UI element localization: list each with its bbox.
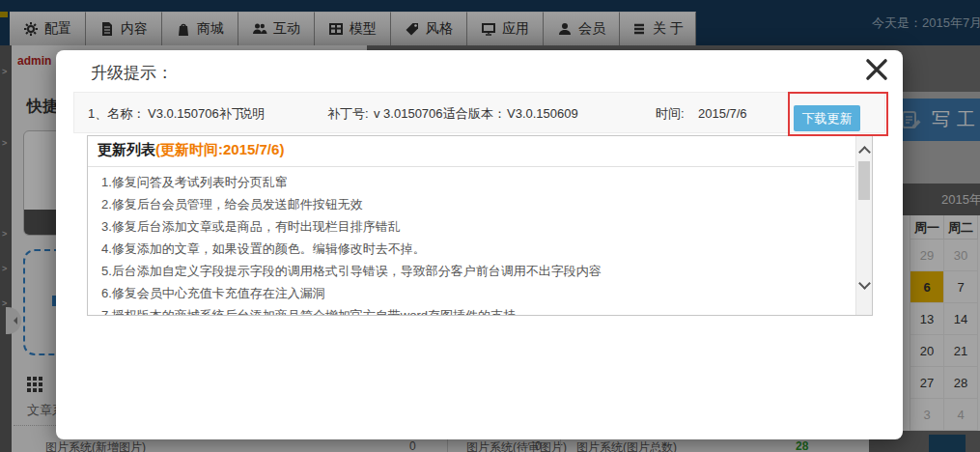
patch-no-label: 补丁号: [327,93,369,134]
heading-divider [88,166,854,167]
scroll-up-icon[interactable] [858,146,871,158]
scrollbar-thumb[interactable] [858,161,870,200]
update-list-item: 6.修复会员中心充值卡充值存在注入漏洞 [101,282,602,304]
patch-desc-label: 说明 [239,93,265,134]
time-value: 2015/7/6 [698,93,747,134]
patch-name-label: 1、名称： [88,93,145,134]
patch-info-row: 1、名称： V3.0.150706补丁 说明 补丁号: v 3.0150706 … [73,92,885,133]
list-scrollbar[interactable] [855,136,872,315]
update-list-item: 3.修复后台添加文章或是商品，有时出现栏目排序错乱 [101,215,602,238]
download-update-button[interactable]: 下载更新 [794,105,860,131]
patch-name-value: V3.0.150706补丁 [148,93,244,134]
update-list-panel: 更新列表(更新时间:2015/7/6) 1.修复问答及考试列表时分页乱窜 2.修… [87,135,873,316]
scroll-down-icon[interactable] [858,277,871,290]
update-list-heading-text: 更新列表 [98,141,155,157]
update-list-item: 2.修复后台会员管理，给会员发送邮件按钮无效 [101,193,602,215]
compat-value: V3.0.150609 [507,93,578,134]
dialog-title: 升级提示： [91,62,173,84]
update-list-item: 1.修复问答及考试列表时分页乱窜 [101,171,602,193]
update-list-item: 7.授权版本的商城系统后台添加商品简介增加官方自带word存图插件的支持 [101,304,602,316]
update-list-item: 4.修复添加的文章，如果设置的颜色。编辑修改时去不掉。 [101,238,602,260]
app-screen: 配置 内容 商城 互动 模型 风格 [0,0,980,452]
close-icon[interactable] [864,57,889,82]
update-list-heading: 更新列表(更新时间:2015/7/6) [98,141,284,159]
update-list-heading-time: (更新时间:2015/7/6) [155,141,284,157]
time-label: 时间: [656,93,685,134]
compat-label: 适合版本： [443,93,506,134]
update-list-items: 1.修复问答及考试列表时分页乱窜 2.修复后台会员管理，给会员发送邮件按钮无效 … [101,171,602,316]
upgrade-dialog: 升级提示： 1、名称： V3.0.150706补丁 说明 补丁号: v 3.01… [56,50,903,439]
patch-no-value: v 3.0150706 [374,93,443,134]
update-list-item: 5.后台添加自定义字段提示字段的调用格式引导错误，导致部分客户前台调用不出字段内… [101,260,602,282]
